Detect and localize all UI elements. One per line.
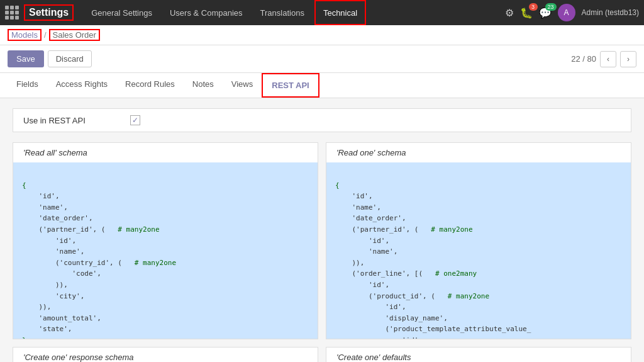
create-one-schema-block: 'Create one' response schema { 'id', } (13, 347, 318, 362)
read-all-code[interactable]: { 'id', 'name', 'date_order', ('partner_… (13, 162, 318, 339)
tab-record-rules[interactable]: Record Rules (116, 73, 184, 98)
use-rest-api-row: Use in REST API ✓ (13, 108, 631, 132)
breadcrumb-separator: / (44, 30, 47, 40)
pagination: 22 / 80 ‹ › (571, 51, 636, 67)
breadcrumb-models[interactable]: Models (8, 29, 42, 41)
read-one-code[interactable]: { 'id', 'name', 'date_order', ('partner_… (326, 162, 631, 339)
action-buttons: Save Discard (8, 50, 92, 67)
apps-menu[interactable] (5, 6, 19, 20)
tab-access-rights[interactable]: Access Rights (47, 73, 116, 98)
main-content: Use in REST API ✓ 'Read all' schema { 'i… (0, 98, 644, 362)
nav-right: ⚙ 🐛 3 💬 23 A Admin (testdb13) (505, 4, 639, 21)
discard-button[interactable]: Discard (48, 50, 92, 67)
read-all-label: 'Read all' schema (13, 143, 318, 162)
read-one-schema-block: 'Read one' schema { 'id', 'name', 'date_… (326, 142, 631, 339)
tab-views[interactable]: Views (223, 73, 262, 98)
prev-page-button[interactable]: ‹ (600, 51, 616, 67)
settings-icon[interactable]: ⚙ (505, 7, 514, 19)
avatar[interactable]: A (558, 4, 575, 21)
nav-technical[interactable]: Technical (314, 0, 366, 25)
use-rest-label: Use in REST API (23, 116, 124, 125)
schema-grid: 'Read all' schema { 'id', 'name', 'date_… (13, 142, 631, 339)
bug-badge: 3 (529, 3, 538, 11)
read-one-label: 'Read one' schema (326, 143, 631, 162)
tab-notes[interactable]: Notes (184, 73, 223, 98)
apps-grid-icon[interactable] (5, 6, 19, 20)
use-rest-checkbox[interactable]: ✓ (130, 115, 140, 125)
create-one-defaults-block: 'Create one' defaults { 'payment_term_id… (326, 347, 631, 362)
action-bar: Save Discard 22 / 80 ‹ › (0, 45, 644, 73)
tab-rest-api[interactable]: REST API (262, 73, 319, 98)
user-label[interactable]: Admin (testdb13) (582, 8, 639, 17)
create-one-defaults-label: 'Create one' defaults (326, 348, 631, 362)
nav-general-settings[interactable]: General Settings (84, 0, 160, 25)
pagination-text: 22 / 80 (571, 54, 596, 64)
next-page-button[interactable]: › (620, 51, 636, 67)
chat-badge: 23 (545, 3, 557, 11)
breadcrumb-sales-order: Sales Order (49, 29, 100, 41)
bottom-schemas: 'Create one' response schema { 'id', } '… (13, 347, 631, 362)
nav-users-companies[interactable]: Users & Companies (162, 0, 250, 25)
settings-title[interactable]: Settings (24, 4, 74, 21)
tabs-bar: Fields Access Rights Record Rules Notes … (0, 73, 644, 98)
create-one-label: 'Create one' response schema (13, 348, 318, 362)
nav-translations[interactable]: Translations (253, 0, 312, 25)
bug-icon[interactable]: 🐛 3 (520, 7, 533, 19)
read-all-schema-block: 'Read all' schema { 'id', 'name', 'date_… (13, 142, 318, 339)
save-button[interactable]: Save (8, 50, 44, 67)
breadcrumb: Models / Sales Order (0, 25, 644, 45)
tab-fields[interactable]: Fields (8, 73, 47, 98)
chat-icon[interactable]: 💬 23 (539, 7, 552, 19)
top-navbar: Settings General Settings Users & Compan… (0, 0, 644, 25)
nav-items: General Settings Users & Companies Trans… (84, 0, 504, 25)
